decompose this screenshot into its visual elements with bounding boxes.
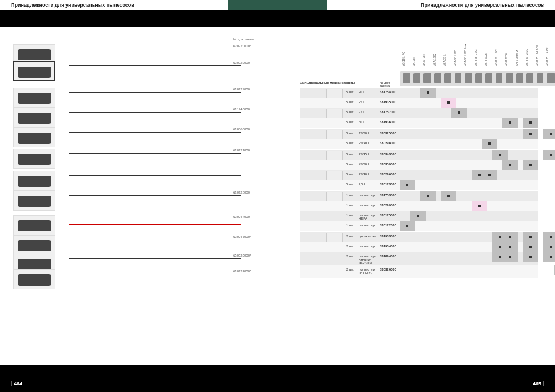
compatibility-mark <box>502 242 518 252</box>
volume-cell: 7,5 l <box>359 182 379 186</box>
accessory-thumbnail <box>13 108 56 128</box>
compatibility-mark <box>441 98 456 108</box>
model-header: ASA 1202 <box>433 50 436 66</box>
order-code-cell: 630326000 <box>380 268 396 271</box>
header-accent <box>228 0 327 10</box>
compatibility-mark <box>502 252 518 262</box>
order-code: 630329000 <box>233 88 250 91</box>
model-header: AS 20 L <box>412 50 416 66</box>
order-code-cell: 631753000 <box>380 194 396 197</box>
accessory-item <box>13 191 230 211</box>
quantity-cell: 5 шт. <box>346 131 354 135</box>
accessory-item <box>13 171 230 191</box>
order-code-cell: 631934000 <box>380 245 396 248</box>
vacuum-icon <box>543 71 555 86</box>
quantity-cell: 2 шт. <box>346 235 354 238</box>
quantity-cell: 5 шт. <box>346 90 354 94</box>
compatibility-mark <box>482 139 497 149</box>
table-row <box>300 221 538 231</box>
right-page: Фильтровальные мешки/кассеты № для заказ… <box>300 27 555 365</box>
volume-cell: 25 l <box>359 100 379 104</box>
quantity-cell: 5 шт. <box>346 100 354 104</box>
page-footer: | 464 465 | <box>0 375 555 392</box>
order-code-cell: 630359000 <box>380 162 396 166</box>
accessory-thumbnail <box>13 215 56 235</box>
order-code-cell: 631894000 <box>380 254 396 258</box>
quantity-cell: 2 шт. <box>346 245 354 248</box>
order-code-cell: 630298000 <box>380 141 396 145</box>
volume-cell: 35/50 l <box>359 131 379 135</box>
model-header: ASR 2025 <box>484 50 487 66</box>
accessory-item <box>13 269 230 289</box>
accessory-item <box>13 108 230 128</box>
compatibility-mark <box>543 252 555 262</box>
accessory-thumbnail <box>13 269 56 289</box>
compatibility-mark <box>441 191 456 201</box>
model-header: ASR 2050 <box>504 50 508 66</box>
accessory-thumbnail <box>13 88 56 108</box>
model-header: ASR 25 L SC <box>474 50 477 66</box>
model-header: ASR 50 M SC <box>525 50 528 66</box>
quantity-cell: 5 шт. <box>346 172 354 176</box>
compatibility-mark <box>543 232 555 242</box>
model-header: ASR 50 L SC <box>495 50 498 66</box>
left-page: № для заказа 630320000*63032200063032900… <box>0 27 300 365</box>
table-row <box>300 98 538 108</box>
quantity-cell: 1 шт. <box>346 223 354 227</box>
compatibility-mark <box>420 191 436 201</box>
order-code-cell: 631936000 <box>380 120 396 124</box>
quantity-cell: 5 шт. <box>346 141 354 145</box>
compatibility-mark <box>400 221 415 231</box>
compatibility-mark <box>543 242 555 252</box>
model-header: ASA 1201 <box>422 50 426 66</box>
compatibility-mark <box>523 252 538 262</box>
order-code: 630324000* <box>233 269 251 273</box>
quantity-cell: 5 шт. <box>346 120 354 124</box>
accessory-item <box>13 88 230 108</box>
accessory-item <box>13 128 230 147</box>
volume-cell: полиэстер <box>359 203 379 207</box>
order-code-cell: 631757000 <box>380 110 396 114</box>
volume-cell: полиэстер <box>359 245 379 248</box>
header-title-left: Принадлежности для универсальных пылесос… <box>11 2 134 8</box>
quantity-cell: 5 шт. <box>346 152 354 156</box>
volume-cell: 45/50 l <box>359 162 379 166</box>
order-col-header: № для заказа <box>380 81 396 88</box>
order-code-cell: 630343000 <box>380 152 396 156</box>
order-code-cell: 630172000 <box>380 223 396 227</box>
model-header: SHR 2050 M <box>515 50 518 66</box>
order-code-cell: 630173000 <box>380 182 396 186</box>
compatibility-mark <box>472 201 487 211</box>
table-row <box>300 180 538 190</box>
compatibility-mark <box>410 211 426 221</box>
volume-cell: целлюлоза <box>359 235 379 238</box>
quantity-cell: 5 шт. <box>346 110 354 114</box>
order-number-header: № для заказа <box>233 38 254 41</box>
volume-cell: 20 l <box>359 90 379 94</box>
volume-cell: 25/30 l <box>359 172 379 176</box>
volume-cell: 25/30 l <box>359 141 379 145</box>
compatibility-mark <box>523 242 538 252</box>
model-header: ASA 30 L PC Inox <box>463 50 467 66</box>
compatibility-mark <box>523 129 538 139</box>
compatibility-mark <box>543 129 555 139</box>
volume-cell: полиэстер H/ HEPA <box>359 268 379 274</box>
compatibility-mark <box>451 108 467 118</box>
compatibility-mark <box>523 160 538 170</box>
page-number-left: | 464 <box>11 381 22 386</box>
compatibility-mark <box>492 150 508 160</box>
quantity-cell: 2 шт. <box>346 254 354 258</box>
compatibility-mark <box>420 88 436 98</box>
accessory-thumbnail <box>13 61 56 81</box>
model-header: AS 18 L PC <box>402 50 405 66</box>
page-number-right: 465 | <box>533 381 544 386</box>
order-code: 630321000 <box>233 149 250 152</box>
volume-cell: полиэстер <box>359 223 379 227</box>
compatibility-mark <box>502 232 518 242</box>
table-row <box>300 201 538 211</box>
order-code-cell: 630175000 <box>380 213 396 217</box>
accessory-item <box>13 215 230 235</box>
volume-cell: полиэстер с нанопо-крытием <box>359 254 379 264</box>
quantity-cell: 5 шт. <box>346 182 354 186</box>
volume-cell: полиэстер HEPA <box>359 213 379 220</box>
